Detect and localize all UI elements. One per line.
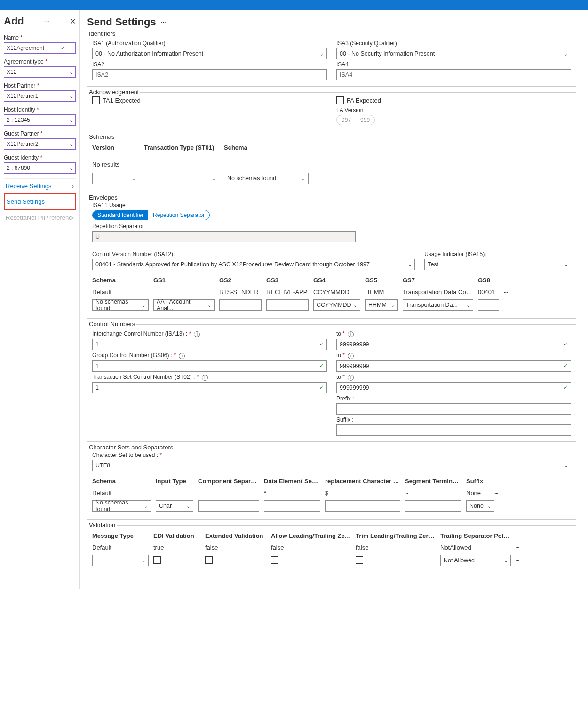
isa1-select[interactable]: 00 - No Authorization Information Presen…	[92, 48, 327, 59]
guest-identity-select[interactable]: 2 : 67890⌄	[4, 162, 76, 174]
nav-send-settings[interactable]: Send Settings›	[4, 193, 76, 210]
fa-version-toggle[interactable]: 997 999	[336, 115, 375, 125]
more-icon[interactable]: ···	[504, 288, 508, 296]
cvn-select[interactable]: 00401 - Standards Approved for Publicati…	[92, 259, 415, 270]
info-icon[interactable]: i	[348, 331, 354, 337]
more-icon[interactable]: ···	[494, 489, 498, 496]
col-segment-term: Segment Terminator	[405, 478, 461, 485]
no-results: No results	[92, 158, 571, 171]
chevron-right-icon: ›	[72, 183, 74, 190]
allow-zeros-checkbox[interactable]	[271, 556, 278, 564]
transaction-type-select[interactable]: ⌄	[144, 173, 219, 184]
opt-997[interactable]: 997	[337, 115, 356, 125]
schema-select[interactable]: No schemas found⌄	[224, 173, 309, 184]
agreement-type-label: Agreement type *	[4, 58, 76, 65]
opt-repetition-separator[interactable]: Repetition Separator	[148, 210, 209, 220]
cell-gs2: BTS-SENDER	[219, 288, 262, 296]
ext-checkbox[interactable]	[205, 556, 213, 564]
cell-gs3: RECEIVE-APP	[266, 288, 309, 296]
to-label: to * i	[336, 330, 571, 337]
usage-label: Usage Indicator (ISA15):	[424, 251, 571, 257]
component-sep-input[interactable]	[198, 500, 259, 512]
icn-to-input[interactable]: 999999999	[336, 339, 571, 350]
more-icon[interactable]: ···	[42, 17, 52, 25]
cell-gs4: CCYYMMDD	[313, 288, 360, 296]
gs4-select[interactable]: CCYYMMDD⌄	[313, 299, 360, 311]
opt-standard-identifier[interactable]: Standard Identifier	[93, 210, 148, 220]
gs3-input[interactable]	[266, 299, 309, 311]
trailing-sep-select[interactable]: Not Allowed⌄	[440, 555, 511, 566]
name-input[interactable]: X12Agreement	[4, 42, 76, 54]
section-title: Validation	[87, 521, 117, 528]
more-icon[interactable]: ···	[516, 557, 519, 564]
to-label: to * i	[336, 352, 571, 359]
opt-999[interactable]: 999	[356, 115, 374, 125]
info-icon[interactable]: i	[348, 375, 354, 381]
prefix-input[interactable]	[336, 403, 571, 415]
isa3-select[interactable]: 00 - No Security Information Present⌄	[336, 48, 571, 59]
icn-from-input[interactable]: 1	[92, 339, 327, 350]
guest-identity-label: Guest Identity *	[4, 154, 76, 161]
nav-rosettanet[interactable]: RosettaNet PIP referenc›	[4, 210, 76, 225]
tscn-to-input[interactable]: 999999999	[336, 382, 571, 393]
suffix-select[interactable]: None⌄	[466, 500, 494, 512]
cs-select[interactable]: UTF8⌄	[92, 460, 571, 471]
schema-select[interactable]: No schemas found⌄	[92, 500, 151, 512]
gcn-from-input[interactable]: 1	[92, 360, 327, 372]
close-icon[interactable]: ✕	[70, 17, 76, 26]
chevron-down-icon: ⌄	[69, 142, 73, 147]
host-partner-select[interactable]: X12Partner1⌄	[4, 90, 76, 102]
gs1-select[interactable]: AA - Account Anal...⌄	[153, 299, 215, 311]
host-partner-label: Host Partner *	[4, 82, 76, 89]
info-icon[interactable]: i	[194, 331, 200, 337]
info-icon[interactable]: i	[348, 353, 354, 359]
identifiers-section: Identifiers ISA1 (Authorization Qualifie…	[87, 34, 576, 87]
col-data-elem-sep: Data Element Sep...	[264, 478, 320, 485]
replacement-sep-input[interactable]	[325, 500, 400, 512]
gcn-label: Group Control Number (GS06) : * i	[92, 352, 327, 359]
top-bar	[0, 0, 588, 10]
trim-zeros-checkbox[interactable]	[356, 556, 363, 564]
isa11-label: ISA11 Usage	[92, 202, 571, 208]
info-icon[interactable]: i	[202, 375, 208, 381]
gcn-to-input[interactable]: 999999999	[336, 360, 571, 372]
gs7-select[interactable]: Transportation Da...⌄	[403, 299, 473, 311]
isa2-input[interactable]: ISA2	[92, 69, 327, 80]
isa4-input[interactable]: ISA4	[336, 69, 571, 80]
more-icon[interactable]: ···	[161, 19, 166, 26]
suffix-input[interactable]	[336, 424, 571, 436]
cell: None	[466, 489, 490, 496]
col-trim-zeros: Trim Leading/Trailing Zeroes	[356, 532, 436, 539]
fa-checkbox[interactable]: FA Expected	[336, 96, 571, 104]
isa11-toggle[interactable]: Standard Identifier Repetition Separator	[92, 210, 210, 220]
info-icon[interactable]: i	[179, 353, 185, 359]
ta1-checkbox[interactable]: TA1 Expected	[92, 96, 327, 104]
version-select[interactable]: ⌄	[92, 173, 139, 184]
cell-gs5: HHMM	[365, 288, 398, 296]
segment-term-input[interactable]	[405, 500, 461, 512]
section-title: Identifiers	[87, 30, 117, 37]
chevron-down-icon: ⌄	[142, 303, 145, 308]
msg-type-select[interactable]: ⌄	[92, 555, 149, 566]
edi-checkbox[interactable]	[153, 556, 161, 564]
tscn-from-input[interactable]: 1	[92, 382, 327, 393]
main-panel: Send Settings··· Identifiers ISA1 (Autho…	[80, 10, 588, 589]
isa4-label: ISA4	[336, 61, 571, 68]
input-type-select[interactable]: Char⌄	[156, 500, 193, 512]
col-allow-zeros: Allow Leading/Trailing Zeros	[271, 532, 351, 539]
cell: false	[356, 544, 436, 551]
more-icon[interactable]: ···	[516, 544, 519, 551]
chevron-down-icon: ⌄	[69, 70, 73, 75]
guest-partner-select[interactable]: X12Partner2⌄	[4, 138, 76, 150]
schema-select[interactable]: No schemas found⌄	[92, 299, 149, 311]
agreement-type-select[interactable]: X12⌄	[4, 66, 76, 78]
gs5-select[interactable]: HHMM⌄	[365, 299, 398, 311]
usage-select[interactable]: Test⌄	[424, 259, 571, 270]
gs2-input[interactable]	[219, 299, 262, 311]
host-identity-select[interactable]: 2 : 12345⌄	[4, 114, 76, 126]
gs8-input[interactable]	[478, 299, 499, 311]
nav-receive-settings[interactable]: Receive Settings›	[4, 178, 76, 193]
repetition-separator-input: U	[92, 231, 356, 242]
charset-section: Character Sets and Separators Character …	[87, 448, 576, 520]
data-elem-sep-input[interactable]	[264, 500, 320, 512]
